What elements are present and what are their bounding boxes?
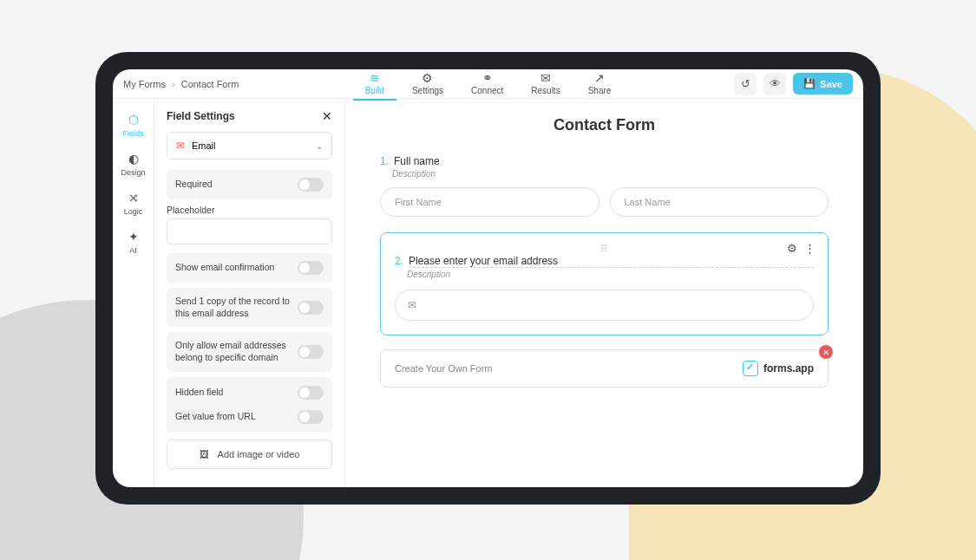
save-label: Save <box>820 79 842 89</box>
question-1-description[interactable]: Description <box>392 169 829 179</box>
field-settings-panel: Field Settings ✕ ✉ Email ⌄ Required Plac… <box>154 99 345 487</box>
eye-icon: 👁 <box>770 77 781 90</box>
tab-connect-label: Connect <box>471 86 503 95</box>
form-canvas: Contact Form 1. Full name Description Fi… <box>345 99 863 487</box>
shuffle-icon: ⤨ <box>128 191 139 205</box>
sidebar-ai-label: AI <box>129 246 137 255</box>
question-1[interactable]: 1. Full name Description First Name Last… <box>380 155 829 217</box>
app-body: ⬡ Fields ◐ Design ⤨ Logic ✦ AI Field Set… <box>113 99 863 487</box>
more-icon[interactable]: ⋮ <box>804 242 816 255</box>
cta-text: Create Your Own Form <box>395 363 493 374</box>
setting-hidden-field: Hidden field <box>167 381 332 405</box>
palette-icon: ◐ <box>128 152 139 166</box>
domain-restrict-toggle[interactable] <box>298 345 324 359</box>
sidebar-nav: ⬡ Fields ◐ Design ⤨ Logic ✦ AI <box>113 99 154 487</box>
field-type-value: Email <box>192 140 216 151</box>
sidebar-logic-label: Logic <box>124 207 143 216</box>
tab-build-label: Build <box>365 86 384 95</box>
close-icon[interactable]: ✕ <box>322 109 332 123</box>
save-icon: 💾 <box>803 78 816 89</box>
url-value-label: Get value from URL <box>175 411 298 423</box>
advanced-settings-group: Hidden field Get value from URL <box>167 377 332 433</box>
tab-settings-label: Settings <box>412 86 443 95</box>
undo-button[interactable]: ↺ <box>734 73 757 95</box>
inbox-icon: ✉ <box>540 71 551 85</box>
question-2-header: 2. Please enter your email address <box>395 255 814 268</box>
sparkle-icon: ✦ <box>128 230 139 244</box>
form-title[interactable]: Contact Form <box>380 116 829 134</box>
sidebar-item-fields[interactable]: ⬡ Fields <box>113 106 154 145</box>
question-2-selected[interactable]: ⠿ ⚙ ⋮ 2. Please enter your email address… <box>380 232 829 335</box>
brand-logo[interactable]: forms.app <box>743 361 814 376</box>
tab-share-label: Share <box>588 86 612 95</box>
breadcrumb-current[interactable]: Contact Form <box>181 79 239 89</box>
tab-build[interactable]: ≋ Build <box>353 69 396 101</box>
plug-icon: ⚭ <box>482 71 493 85</box>
question-tools: ⚙ ⋮ <box>787 242 816 255</box>
show-confirmation-label: Show email confirmation <box>175 262 298 274</box>
field-type-dropdown[interactable]: ✉ Email ⌄ <box>167 132 332 160</box>
hidden-field-toggle[interactable] <box>298 386 324 400</box>
brand-name: forms.app <box>763 362 814 374</box>
sidebar-item-design[interactable]: ◐ Design <box>113 145 154 184</box>
share-icon: ↗ <box>594 71 605 85</box>
question-1-header: 1. Full name <box>380 155 829 167</box>
close-icon[interactable]: ✕ <box>819 345 833 359</box>
mail-icon: ✉ <box>176 140 185 152</box>
app-screen: My Forms › Contact Form ≋ Build ⚙ Settin… <box>113 69 863 487</box>
setting-required: Required <box>167 170 332 199</box>
required-label: Required <box>175 179 298 191</box>
tab-results-label: Results <box>531 86 560 95</box>
forms-app-icon <box>743 361 758 376</box>
tab-settings[interactable]: ⚙ Settings <box>400 69 455 101</box>
setting-show-confirmation: Show email confirmation <box>167 253 332 283</box>
tab-connect[interactable]: ⚭ Connect <box>459 69 515 101</box>
show-confirmation-toggle[interactable] <box>298 261 324 275</box>
question-2-description[interactable]: Description <box>407 270 814 279</box>
email-input[interactable]: ✉ <box>395 290 814 321</box>
tablet-frame: My Forms › Contact Form ≋ Build ⚙ Settin… <box>95 52 881 505</box>
placeholder-input[interactable] <box>167 218 332 244</box>
sidebar-item-logic[interactable]: ⤨ Logic <box>113 184 154 223</box>
panel-header: Field Settings ✕ <box>167 109 332 123</box>
sidebar-item-ai[interactable]: ✦ AI <box>113 223 154 262</box>
breadcrumb-separator: › <box>172 79 175 89</box>
last-name-input[interactable]: Last Name <box>610 187 829 217</box>
breadcrumb[interactable]: My Forms › Contact Form <box>123 79 239 89</box>
cta-banner[interactable]: ✕ Create Your Own Form forms.app <box>380 349 829 387</box>
setting-url-value: Get value from URL <box>167 405 332 429</box>
mail-icon: ✉ <box>408 299 416 311</box>
placeholder-label: Placeholder <box>167 205 332 215</box>
send-copy-toggle[interactable] <box>298 301 324 315</box>
save-button[interactable]: 💾 Save <box>793 73 853 94</box>
question-2-text[interactable]: Please enter your email address <box>409 255 814 268</box>
tab-share[interactable]: ↗ Share <box>576 69 624 101</box>
sidebar-design-label: Design <box>121 168 145 177</box>
main-tabs: ≋ Build ⚙ Settings ⚭ Connect ✉ Results ↗… <box>353 69 624 101</box>
preview-button[interactable]: 👁 <box>763 73 786 95</box>
add-media-label: Add image or video <box>218 449 300 459</box>
tab-results[interactable]: ✉ Results <box>519 69 572 101</box>
topbar-actions: ↺ 👁 💾 Save <box>734 73 853 95</box>
gear-icon[interactable]: ⚙ <box>787 242 797 255</box>
required-toggle[interactable] <box>298 178 324 192</box>
panel-title: Field Settings <box>167 110 235 122</box>
domain-restrict-label: Only allow email addresses belong to spe… <box>175 340 298 363</box>
question-2-number: 2. <box>395 255 403 268</box>
sidebar-fields-label: Fields <box>122 129 143 138</box>
chevron-down-icon: ⌄ <box>316 141 323 151</box>
layers-icon: ≋ <box>370 71 380 85</box>
setting-domain-restrict: Only allow email addresses belong to spe… <box>167 332 332 371</box>
undo-icon: ↺ <box>741 77 750 90</box>
first-name-input[interactable]: First Name <box>380 187 599 217</box>
question-1-text[interactable]: Full name <box>394 155 440 167</box>
url-value-toggle[interactable] <box>298 410 324 424</box>
breadcrumb-root[interactable]: My Forms <box>123 79 166 89</box>
hidden-field-label: Hidden field <box>175 387 298 399</box>
setting-send-copy: Send 1 copy of the record to this email … <box>167 288 332 327</box>
top-bar: My Forms › Contact Form ≋ Build ⚙ Settin… <box>113 69 863 99</box>
add-media-button[interactable]: 🖼 Add image or video <box>167 440 332 469</box>
drag-handle-icon[interactable]: ⠿ <box>395 244 814 255</box>
send-copy-label: Send 1 copy of the record to this email … <box>175 296 298 319</box>
question-1-inputs: First Name Last Name <box>380 187 829 217</box>
